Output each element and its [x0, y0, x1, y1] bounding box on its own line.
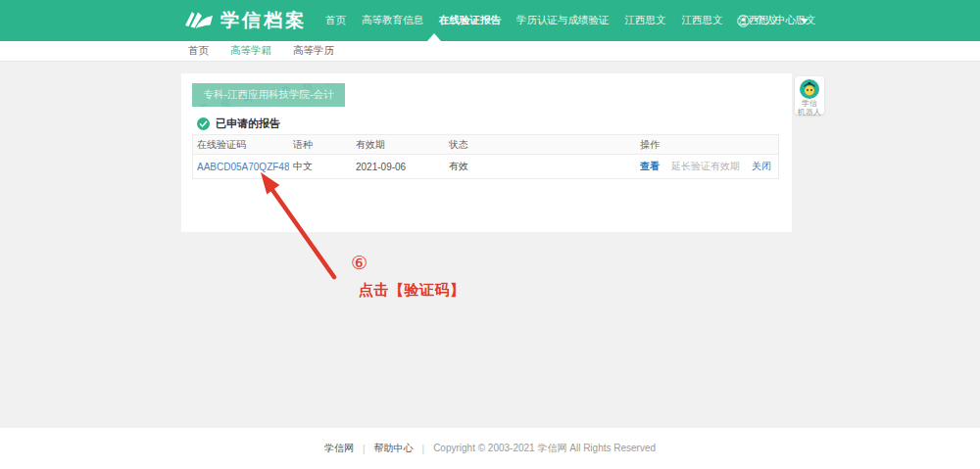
user-circle-icon [737, 15, 750, 27]
program-banner-text: 专科-江西应用科技学院-会计 [204, 88, 334, 102]
verification-code-link[interactable]: AABCD05A70QZF48U [197, 162, 289, 172]
cell-valid-until: 2021-09-06 [352, 155, 445, 178]
site-logo[interactable]: 学信档案 [184, 0, 307, 41]
close-action-link[interactable]: 关闭 [752, 160, 771, 173]
subnav-item-home[interactable]: 首页 [188, 44, 209, 58]
site-logo-text: 学信档案 [220, 8, 307, 33]
subnav-item-higher-degree[interactable]: 高等学历 [293, 44, 334, 58]
col-header-code: 在线验证码 [193, 135, 289, 154]
nav-item-online-verification-report[interactable]: 在线验证报告 [431, 14, 509, 27]
cell-status: 有效 [445, 155, 636, 178]
user-menu-label: 个人中心 [755, 14, 796, 27]
section-title: 已申请的报告 [216, 117, 280, 131]
report-panel: 学信网 学信网 专科-江西应用科技学院-会计 已申请的报告 在线验证码 语种 有… [181, 73, 792, 232]
footer-separator: | [363, 444, 366, 454]
subnav-item-higher-student-status[interactable]: 高等学籍 [230, 44, 271, 58]
table-header-row: 在线验证码 语种 有效期 状态 操作 [193, 135, 778, 155]
page: 学信档案 首页 高等教育信息 在线验证报告 学历认证与成绩验证 江西思文 江西思… [0, 0, 980, 469]
program-banner: 学信网 学信网 专科-江西应用科技学院-会计 [192, 83, 345, 107]
nav-item-jiangxi-siwen-2[interactable]: 江西思文 [674, 14, 731, 27]
col-header-language: 语种 [289, 135, 352, 154]
table-row: AABCD05A70QZF48U 中文 2021-09-06 有效 查看 延长验… [193, 155, 778, 178]
col-header-validity: 有效期 [352, 135, 445, 154]
top-header-bar: 学信档案 首页 高等教育信息 在线验证报告 学历认证与成绩验证 江西思文 江西思… [0, 0, 980, 41]
check-circle-icon [197, 117, 210, 130]
footer-link-chsi[interactable]: 学信网 [324, 442, 354, 455]
footer-link-help-center[interactable]: 帮助中心 [374, 442, 414, 455]
caret-down-icon [801, 19, 808, 23]
annotation-step-number: ⑥ [351, 252, 368, 274]
cell-language: 中文 [289, 155, 352, 178]
nav-item-higher-education-info[interactable]: 高等教育信息 [354, 14, 431, 27]
footer-copyright: Copyright © 2003-2021 学信网 All Rights Res… [433, 442, 656, 455]
active-nav-notch [427, 33, 441, 41]
secondary-nav: 首页 高等学籍 高等学历 [188, 41, 356, 61]
extend-validity-action-link[interactable]: 延长验证有效期 [671, 160, 740, 173]
fanned-book-logo-icon [184, 9, 214, 32]
page-footer: 学信网 | 帮助中心 | Copyright © 2003-2021 学信网 A… [0, 428, 980, 469]
footer-separator: | [422, 444, 425, 454]
nav-item-jiangxi-siwen-1[interactable]: 江西思文 [617, 14, 674, 27]
user-menu[interactable]: 个人中心 [737, 0, 808, 41]
col-header-status: 状态 [445, 135, 636, 154]
verification-table: 在线验证码 语种 有效期 状态 操作 AABCD05A70QZF48U 中文 2… [192, 134, 779, 179]
annotation-instruction-text: 点击【验证码】 [359, 281, 466, 300]
nav-item-home[interactable]: 首页 [318, 14, 354, 27]
secondary-nav-bar: 首页 高等学籍 高等学历 [0, 41, 980, 62]
col-header-actions: 操作 [636, 135, 774, 154]
robot-avatar-icon [800, 79, 819, 99]
section-header: 已申请的报告 [197, 117, 280, 131]
view-action-link[interactable]: 查看 [640, 160, 660, 173]
robot-label-line2: 机器人 [795, 109, 824, 117]
chsi-robot-widget[interactable]: 学信 机器人 [795, 76, 824, 115]
nav-item-credential-score-verification[interactable]: 学历认证与成绩验证 [509, 14, 617, 27]
